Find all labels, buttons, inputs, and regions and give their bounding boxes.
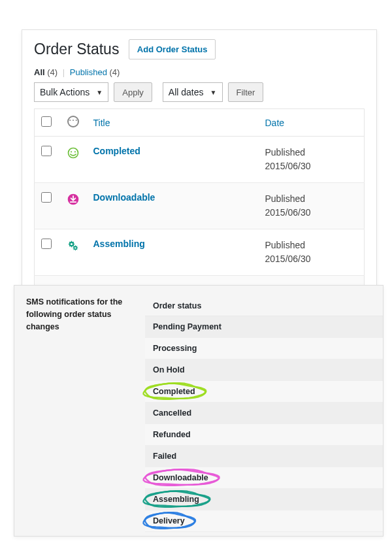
column-title[interactable]: Title xyxy=(88,109,260,137)
filter-bar: Bulk Actions ▼ Apply All dates ▼ Filter xyxy=(34,82,365,102)
filter-links: All (4) | Published (4) xyxy=(34,67,365,77)
date-cell: Published2015/06/30 xyxy=(260,183,365,229)
bulk-actions-select[interactable]: Bulk Actions ▼ xyxy=(34,82,108,102)
status-row: Assembling xyxy=(145,489,383,510)
table-row: CompletedPublished2015/06/30 xyxy=(35,137,365,183)
page-title: Order Status xyxy=(34,41,119,58)
icon-column-header xyxy=(67,116,79,127)
status-row: Processing xyxy=(145,338,383,359)
add-order-status-button[interactable]: Add Order Status xyxy=(129,39,216,59)
filter-all[interactable]: All xyxy=(34,67,45,77)
svg-point-5 xyxy=(74,247,76,248)
date-cell: Published2015/06/30 xyxy=(260,229,365,276)
status-row: Failed xyxy=(145,446,383,467)
table-row: DownloadablePublished2015/06/30 xyxy=(35,183,365,229)
dates-select[interactable]: All dates ▼ xyxy=(163,82,223,102)
status-list-table: Order status Pending PaymentProcessingOn… xyxy=(145,296,383,532)
status-row: Downloadable xyxy=(145,467,383,489)
order-status-table: Title Date CompletedPublished2015/06/30D… xyxy=(34,108,365,288)
filter-published[interactable]: Published xyxy=(70,67,107,77)
filter-button[interactable]: Filter xyxy=(228,82,264,102)
status-row: Cancelled xyxy=(145,403,383,424)
status-title-link[interactable]: Downloadable xyxy=(93,192,155,203)
gears-icon xyxy=(66,239,80,253)
status-title-link[interactable]: Completed xyxy=(93,146,140,156)
status-row: On Hold xyxy=(145,359,383,381)
row-checkbox[interactable] xyxy=(41,192,52,203)
status-header: Order status xyxy=(145,296,383,316)
sms-label: SMS notifications for the following orde… xyxy=(26,296,133,333)
order-status-admin-panel: Order Status Add Order Status All (4) | … xyxy=(22,29,377,288)
status-title-link[interactable]: Assembling xyxy=(93,239,145,249)
column-date[interactable]: Date xyxy=(260,109,365,137)
status-row: Delivery xyxy=(145,510,383,532)
face-icon xyxy=(66,146,80,160)
filter-published-count: (4) xyxy=(110,67,120,77)
status-row: Completed xyxy=(145,381,383,403)
chevron-down-icon: ▼ xyxy=(96,89,103,96)
sms-notifications-panel: SMS notifications for the following orde… xyxy=(14,285,384,537)
row-checkbox[interactable] xyxy=(41,239,52,249)
chevron-down-icon: ▼ xyxy=(210,89,217,96)
status-row: Refunded xyxy=(145,424,383,446)
down-icon xyxy=(66,192,80,207)
apply-button[interactable]: Apply xyxy=(114,82,152,102)
svg-point-1 xyxy=(71,151,72,152)
filter-all-count: (4) xyxy=(47,67,57,77)
select-all-checkbox[interactable] xyxy=(41,116,52,127)
row-checkbox[interactable] xyxy=(41,146,52,156)
table-row: AssemblingPublished2015/06/30 xyxy=(35,229,365,276)
svg-point-4 xyxy=(70,243,72,245)
svg-point-2 xyxy=(74,151,75,152)
date-cell: Published2015/06/30 xyxy=(260,137,365,183)
status-row: Pending Payment xyxy=(145,316,383,338)
svg-point-0 xyxy=(68,148,78,158)
